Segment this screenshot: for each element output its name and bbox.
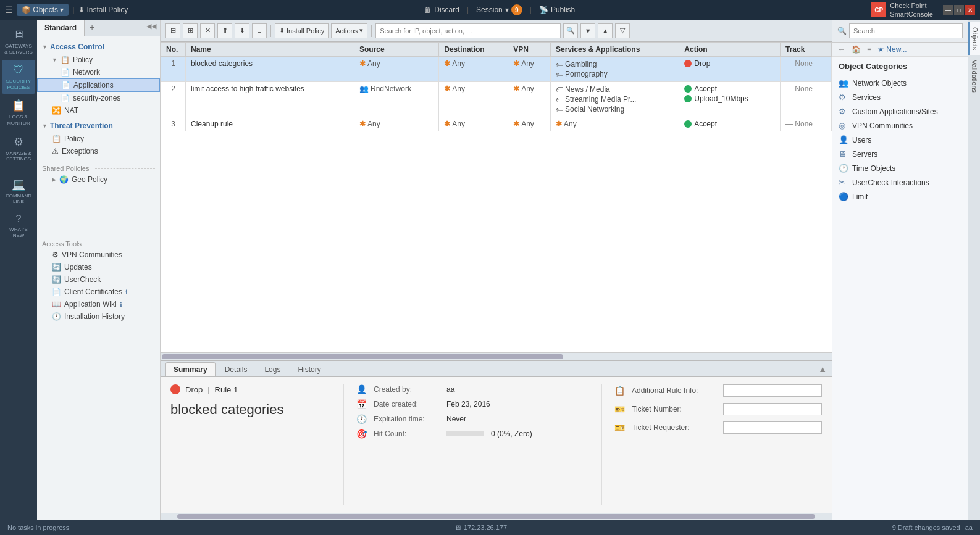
nav-collapse-btn[interactable]: ◀◀	[143, 20, 160, 36]
title-bar-right: CP Check PointSmartConsole — □ ✕	[871, 1, 975, 19]
ticket-number-input[interactable]	[723, 403, 822, 415]
actions-btn[interactable]: Actions ▾	[331, 23, 367, 38]
publish-btn[interactable]: 📡 Publish	[539, 6, 575, 14]
title-bar: ☰ 📦 Objects ▾ | ⬇ Install Policy 🗑 Disca…	[0, 0, 980, 20]
services-label: Services	[852, 93, 881, 102]
table-row[interactable]: 2 limit access to high traffic websites …	[161, 82, 832, 117]
nav-item-vpn-communities[interactable]: ⚙ VPN Communities	[37, 249, 160, 261]
nav-item-applications[interactable]: 📄 Applications	[37, 78, 160, 92]
tree-arrow-policy: ▼	[52, 57, 57, 63]
expiration-field: 🕐 Expiration time: Never	[356, 414, 589, 424]
tab-objects[interactable]: Objects	[968, 22, 981, 55]
close-btn[interactable]: ✕	[965, 5, 975, 15]
move-down-btn[interactable]: ⬇	[235, 23, 249, 38]
row3-vpn: ✱ Any	[508, 117, 551, 131]
sidebar-divider	[6, 170, 31, 170]
tab-details[interactable]: Details	[217, 362, 256, 376]
rule-drop-dot	[170, 384, 180, 394]
nav-item-security-zones[interactable]: 📄 security-zones	[37, 92, 160, 104]
filter-rows-btn[interactable]: ⊟	[165, 23, 180, 38]
nav-item-tp-policy[interactable]: 📋 Policy	[37, 133, 160, 145]
objects-item-servers[interactable]: 🖥 Servers	[832, 147, 968, 161]
objects-menu-btn[interactable]: 📦 Objects ▾	[17, 4, 69, 16]
access-control-header[interactable]: ▼ Access Control	[37, 40, 160, 54]
objects-item-network[interactable]: 👥 Network Objects	[832, 76, 968, 90]
nav-item-network[interactable]: 📄 Network	[37, 66, 160, 78]
objects-item-limit[interactable]: 🔵 Limit	[832, 189, 968, 204]
status-bar: No tasks in progress 🖥 172.23.26.177 9 D…	[0, 520, 980, 535]
nav-item-client-certs[interactable]: 📄 Client Certificates ℹ	[37, 286, 160, 298]
objects-item-usercheck[interactable]: ✂ UserCheck Interactions	[832, 175, 968, 189]
tab-history[interactable]: History	[290, 362, 329, 376]
filter-down-btn[interactable]: ▼	[580, 23, 595, 38]
policy-search-input[interactable]	[375, 23, 561, 38]
scroll-thumb[interactable]	[162, 354, 563, 359]
remove-row-btn[interactable]: ✕	[200, 23, 215, 38]
nav-item-usercheck[interactable]: 🔄 UserCheck	[37, 273, 160, 286]
nav-item-exceptions[interactable]: ⚠ Exceptions	[37, 145, 160, 157]
nav-item-geo-policy[interactable]: ▶ 🌍 Geo Policy	[37, 173, 160, 186]
threat-prevention-header[interactable]: ▼ Threat Prevention	[37, 119, 160, 133]
sidebar-item-security[interactable]: 🛡 SECURITYPOLICIES	[2, 60, 35, 94]
filter-options-btn[interactable]: ▽	[615, 23, 630, 38]
nav-item-install-history[interactable]: 🕐 Installation History	[37, 310, 160, 323]
row1-source-any: ✱ Any	[359, 59, 433, 68]
nav-item-policy[interactable]: ▼ 📋 Policy	[37, 54, 160, 66]
whatsnew-label: WHAT'SNEW	[9, 226, 28, 238]
row3-name: Cleanup rule	[186, 117, 354, 131]
objects-search-input[interactable]	[849, 23, 963, 38]
nav-item-updates[interactable]: 🔄 Updates	[37, 261, 160, 273]
nav-list-btn[interactable]: ≡	[865, 44, 873, 54]
summary-action-label: Drop	[185, 385, 203, 394]
tab-logs[interactable]: Logs	[256, 362, 288, 376]
tab-validations[interactable]: Validations	[969, 55, 980, 97]
maximize-btn[interactable]: □	[954, 5, 964, 15]
objects-item-vpn[interactable]: ◎ VPN Communities	[832, 118, 968, 133]
nav-tab-add[interactable]: +	[85, 20, 99, 36]
title-bar-left: ☰ 📦 Objects ▾ | ⬇ Install Policy	[5, 4, 128, 16]
app-menu-icon[interactable]: ☰	[5, 5, 13, 15]
ticket-requester-input[interactable]	[723, 421, 822, 434]
bottom-scrollbar[interactable]	[161, 513, 832, 520]
nav-item-app-wiki[interactable]: 📖 Application Wiki ℹ	[37, 298, 160, 310]
minimize-btn[interactable]: —	[943, 5, 953, 15]
session-btn[interactable]: Session ▾ 9	[476, 4, 522, 15]
objects-item-time[interactable]: 🕐 Time Objects	[832, 161, 968, 175]
updates-label: Updates	[64, 263, 92, 272]
sidebar-item-manage[interactable]: ⚙ MANAGE &SETTINGS	[2, 131, 35, 166]
network-objects-label: Network Objects	[852, 79, 907, 88]
filter-up-btn[interactable]: ▲	[598, 23, 613, 38]
nav-tab-standard[interactable]: Standard	[37, 20, 85, 36]
nav-new-btn[interactable]: ★ New...	[876, 44, 909, 54]
discard-btn[interactable]: 🗑 Discard	[424, 6, 459, 14]
network-icon: 📄	[61, 68, 70, 77]
horizontal-scrollbar[interactable]	[161, 352, 832, 360]
install-policy-btn[interactable]: ⬇ Install Policy	[275, 23, 329, 38]
tab-summary[interactable]: Summary	[165, 362, 216, 376]
install-policy-btn[interactable]: ⬇ Install Policy	[78, 6, 128, 14]
bottom-scroll-thumb[interactable]	[177, 514, 815, 519]
objects-list: 👥 Network Objects ⚙ Services ⚙ Custom Ap…	[832, 73, 968, 520]
expand-panel-btn[interactable]: ▲	[818, 364, 827, 374]
add-row-btn[interactable]: ⊞	[183, 23, 198, 38]
objects-item-services[interactable]: ⚙ Services	[832, 90, 968, 104]
limit-label: Limit	[852, 193, 868, 201]
sidebar-item-whatsnew[interactable]: ? WHAT'SNEW	[2, 210, 35, 242]
table-row[interactable]: 1 blocked categories ✱ Any ✱ Any	[161, 57, 832, 82]
table-row[interactable]: 3 Cleanup rule ✱ Any ✱ Any	[161, 117, 832, 131]
sidebar-item-logs[interactable]: 📋 LOGS &MONITOR	[2, 95, 35, 130]
objects-item-custom-apps[interactable]: ⚙ Custom Applications/Sites	[832, 104, 968, 118]
additional-rule-input[interactable]	[723, 384, 822, 397]
accept-secondary-icon	[684, 95, 692, 102]
sidebar-item-cmdline[interactable]: 💻 COMMANDLINE	[2, 174, 35, 209]
nav-home-btn[interactable]: 🏠	[850, 44, 863, 54]
nav-back-btn[interactable]: ←	[836, 44, 847, 54]
nav-tab-bar: Standard + ◀◀	[37, 20, 160, 36]
nav-item-nat[interactable]: 🔀 NAT	[37, 104, 160, 117]
move-up-btn[interactable]: ⬆	[217, 23, 232, 38]
objects-item-users[interactable]: 👤 Users	[832, 133, 968, 147]
drop-icon	[684, 60, 692, 67]
sidebar-item-gateways[interactable]: 🖥 GATEWAYS& SERVERS	[2, 25, 35, 59]
search-btn[interactable]: 🔍	[563, 23, 578, 38]
menu-btn[interactable]: ≡	[252, 23, 267, 38]
